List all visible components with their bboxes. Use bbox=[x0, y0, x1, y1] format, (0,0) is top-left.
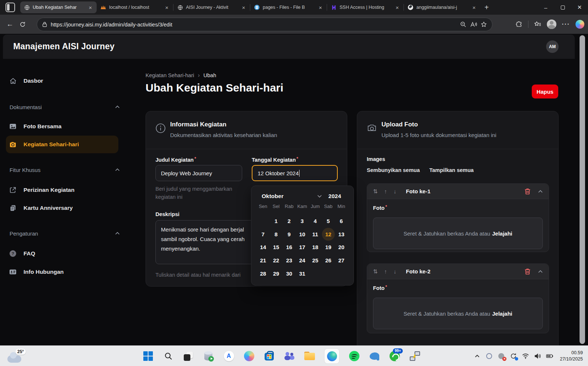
tab-workspaces-icon[interactable] bbox=[6, 3, 15, 12]
tab-close-icon[interactable]: × bbox=[87, 4, 94, 11]
tray-error-icon[interactable]: ✕ bbox=[498, 352, 505, 360]
taskbar-clock[interactable]: 00.59 27/10/2025 bbox=[560, 350, 583, 362]
copilot-app-icon[interactable] bbox=[244, 351, 254, 362]
move-up-icon[interactable]: ↑ bbox=[384, 268, 387, 274]
browse-link[interactable]: Jelajahi bbox=[492, 230, 512, 237]
app-store-a-icon[interactable]: A bbox=[223, 351, 234, 362]
drag-sort-icon[interactable]: ⇅ bbox=[373, 268, 378, 275]
calendar-day[interactable]: 18 bbox=[309, 241, 322, 254]
calendar-day[interactable]: 25 bbox=[309, 254, 322, 267]
calendar-day[interactable]: 17 bbox=[296, 241, 309, 254]
read-aloud-icon[interactable] bbox=[470, 22, 477, 28]
close-button[interactable]: ✕ bbox=[571, 0, 588, 15]
calendar-day[interactable]: 22 bbox=[270, 254, 283, 267]
tab-close-icon[interactable]: × bbox=[317, 4, 324, 11]
sidebar-item-kegiatan-sehari-hari[interactable]: Kegiatan Sehari-hari bbox=[9, 137, 121, 152]
calendar-day[interactable]: 4 bbox=[309, 215, 322, 228]
back-button[interactable]: ← bbox=[4, 18, 16, 30]
sidebar-item-faq[interactable]: ? FAQ bbox=[9, 246, 121, 261]
calendar-day[interactable]: 21 bbox=[257, 254, 270, 267]
search-icon[interactable] bbox=[163, 351, 173, 362]
calendar-day[interactable]: 2 bbox=[283, 215, 296, 228]
tray-sync-icon[interactable] bbox=[510, 352, 517, 360]
browse-link[interactable]: Jelajahi bbox=[492, 311, 512, 317]
copilot-icon[interactable] bbox=[576, 20, 584, 29]
settings-more-icon[interactable]: ··· bbox=[562, 21, 570, 28]
volume-icon[interactable] bbox=[534, 352, 541, 360]
chevron-down-icon[interactable] bbox=[317, 195, 322, 198]
favorites-bar-icon[interactable] bbox=[534, 21, 541, 28]
trash-icon[interactable] bbox=[524, 268, 531, 275]
tab-ubah-kegiatan[interactable]: Ubah Kegiatan Sehar × bbox=[20, 1, 97, 13]
putty-icon[interactable] bbox=[409, 351, 420, 362]
drag-sort-icon[interactable]: ⇅ bbox=[373, 188, 378, 195]
tray-expand-icon[interactable] bbox=[473, 352, 481, 360]
hide-all-link[interactable]: Sembunyikan semua bbox=[367, 167, 420, 173]
calendar-day[interactable]: 24 bbox=[296, 254, 309, 267]
tray-ring-icon[interactable] bbox=[485, 352, 493, 360]
sidebar-item-info-hubungan[interactable]: Info Hubungan bbox=[9, 265, 121, 279]
favorite-star-icon[interactable] bbox=[481, 21, 487, 28]
calendar-day[interactable]: 20 bbox=[335, 241, 348, 254]
sidebar-item-foto-bersama[interactable]: Foto Bersama bbox=[9, 119, 121, 134]
teams-icon[interactable] bbox=[284, 351, 295, 362]
user-avatar[interactable]: AM bbox=[546, 40, 559, 53]
task-view-icon[interactable] bbox=[183, 351, 194, 362]
calendar-day[interactable]: 28 bbox=[257, 267, 270, 280]
calendar-day[interactable]: 26 bbox=[322, 254, 335, 267]
sidebar-section-fitur-khusus[interactable]: Fitur Khusus bbox=[10, 165, 120, 175]
url-text[interactable]: https://journey.aisi.my.id/admin/daily-a… bbox=[51, 22, 456, 28]
profile-avatar[interactable] bbox=[547, 19, 556, 29]
calendar-day[interactable]: 7 bbox=[257, 228, 270, 241]
battery-icon[interactable] bbox=[546, 352, 553, 360]
trash-icon[interactable] bbox=[524, 188, 531, 195]
extensions-icon[interactable] bbox=[516, 21, 523, 28]
judul-input[interactable]: Deploy Web Journey bbox=[155, 165, 242, 181]
zoom-out-icon[interactable] bbox=[460, 21, 466, 28]
file-explorer-icon[interactable] bbox=[304, 351, 315, 362]
calendar-day[interactable]: 1 bbox=[270, 215, 283, 228]
collapse-chevron-icon[interactable] bbox=[538, 190, 543, 193]
edge-browser-icon[interactable] bbox=[325, 349, 339, 363]
tab-aisi-journey[interactable]: AISI Journey - Aktivit × bbox=[173, 1, 250, 13]
sidebar-item-dasbor[interactable]: Dasbor bbox=[9, 73, 121, 88]
calendar-day[interactable]: 27 bbox=[335, 254, 348, 267]
calendar-day[interactable]: 11 bbox=[309, 228, 322, 241]
refresh-button[interactable] bbox=[16, 18, 29, 30]
new-tab-button[interactable]: + bbox=[480, 1, 493, 13]
calendar-day[interactable]: 31 bbox=[296, 267, 309, 280]
tab-localhost[interactable]: localhost / localhost × bbox=[97, 1, 173, 13]
tab-close-icon[interactable]: × bbox=[394, 4, 401, 11]
spotify-icon[interactable] bbox=[349, 351, 359, 362]
calendar-day[interactable]: 19 bbox=[322, 241, 335, 254]
tab-close-icon[interactable]: × bbox=[164, 4, 170, 11]
sidebar-section-dokumentasi[interactable]: Dokumentasi bbox=[10, 102, 120, 112]
sidebar-item-kartu-anniversary[interactable]: Kartu Anniversary bbox=[9, 201, 121, 215]
sidebar-item-perizinan-kegiatan[interactable]: Perizinan Kegiatan bbox=[9, 183, 121, 197]
show-all-link[interactable]: Tampilkan semua bbox=[429, 167, 474, 173]
tab-github[interactable]: anggiimaulana/aisi-j × bbox=[404, 1, 480, 13]
minimize-button[interactable]: – bbox=[537, 0, 554, 15]
collapse-chevron-icon[interactable] bbox=[538, 270, 543, 273]
calendar-day[interactable]: 29 bbox=[270, 267, 283, 280]
whatsapp-icon[interactable]: 99+ bbox=[389, 351, 400, 362]
calendar-day[interactable]: 5 bbox=[322, 215, 335, 228]
calendar-day[interactable]: 30 bbox=[283, 267, 296, 280]
sidebar-section-pengaturan[interactable]: Pengaturan bbox=[10, 228, 120, 238]
calendar-day[interactable]: 14 bbox=[257, 241, 270, 254]
calendar-day[interactable]: 6 bbox=[335, 215, 348, 228]
weather-widget[interactable]: 25° bbox=[7, 349, 28, 363]
delete-button[interactable]: Hapus bbox=[532, 85, 558, 98]
calendar-day[interactable]: 13 bbox=[335, 228, 348, 241]
calendar-day[interactable]: 15 bbox=[270, 241, 283, 254]
address-bar[interactable]: https://journey.aisi.my.id/admin/daily-a… bbox=[37, 18, 492, 31]
tab-close-icon[interactable]: × bbox=[240, 4, 247, 11]
tab-close-icon[interactable]: × bbox=[471, 4, 477, 11]
tab-ssh-access[interactable]: SSH Access | Hosting × bbox=[327, 1, 404, 13]
move-down-icon[interactable]: ↓ bbox=[394, 188, 397, 194]
wifi-icon[interactable] bbox=[522, 352, 529, 360]
calendar-day[interactable]: 9 bbox=[283, 228, 296, 241]
move-down-icon[interactable]: ↓ bbox=[394, 268, 397, 274]
microsoft-store-icon[interactable] bbox=[264, 351, 275, 362]
file-dropzone[interactable]: Seret & Jatuhkan berkas Anda atau Jelaja… bbox=[373, 218, 543, 249]
